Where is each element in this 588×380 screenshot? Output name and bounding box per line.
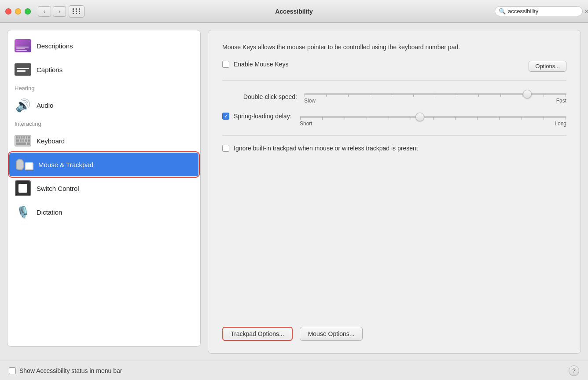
sidebar-label-captions: Captions: [37, 66, 62, 73]
tick: [348, 94, 349, 97]
tick: [544, 94, 544, 97]
search-clear-button[interactable]: ✕: [584, 8, 588, 15]
sidebar-item-audio[interactable]: 🔊 Audio: [7, 93, 200, 117]
sidebar-item-descriptions[interactable]: Descriptions: [7, 34, 200, 58]
maximize-button[interactable]: [25, 8, 31, 15]
grid-icon: [73, 8, 81, 14]
tick: [345, 117, 345, 120]
grid-view-button[interactable]: [69, 5, 85, 18]
tick: [411, 117, 411, 120]
search-icon: 🔍: [499, 8, 506, 15]
double-click-speed-row: Double-click speed:: [222, 90, 566, 104]
spring-loading-tick-row: [300, 117, 566, 120]
tick: [433, 117, 434, 120]
captions-icon: [15, 61, 31, 78]
minimize-button[interactable]: [15, 8, 21, 15]
forward-button[interactable]: ›: [53, 6, 66, 17]
spring-loading-checkbox[interactable]: [222, 113, 229, 120]
spring-loading-track[interactable]: [300, 116, 566, 118]
sidebar-label-mouse-trackpad: Mouse & Trackpad: [38, 161, 93, 168]
main-content: Descriptions Captions Hearing 🔊 Audio: [0, 23, 588, 361]
descriptions-icon: [15, 37, 31, 54]
sidebar-label-keyboard: Keyboard: [37, 137, 65, 145]
mouse-trackpad-icon: [16, 156, 33, 173]
tick: [389, 117, 389, 120]
divider-1: [222, 80, 566, 81]
spring-loading-label: Spring-loading delay:: [234, 113, 295, 120]
tick: [322, 117, 323, 120]
help-button[interactable]: ?: [569, 365, 579, 376]
trackpad-options-button[interactable]: Trackpad Options...: [222, 327, 293, 341]
tick: [300, 117, 301, 120]
spring-loading-slider-container: Short Long: [300, 113, 566, 127]
double-click-speed-section: Double-click speed:: [222, 90, 566, 104]
double-click-speed-slider-container: Slow Fast: [304, 90, 566, 104]
spring-loading-long-label: Long: [555, 121, 566, 127]
tick: [435, 94, 435, 97]
sidebar-item-dictation[interactable]: 🎙️ Dictation: [7, 200, 200, 224]
sidebar-item-mouse-trackpad[interactable]: Mouse & Trackpad: [9, 153, 198, 176]
tick: [500, 94, 501, 97]
tick: [566, 94, 566, 97]
sidebar-label-switch-control: Switch Control: [37, 185, 79, 192]
search-input[interactable]: [508, 8, 582, 15]
sidebar-item-switch-control[interactable]: Switch Control: [7, 176, 200, 200]
double-click-speed-label: Double-click speed:: [222, 93, 297, 100]
tick: [455, 117, 456, 120]
tick: [392, 94, 392, 97]
tick: [522, 117, 522, 120]
tick: [499, 117, 500, 120]
tick: [305, 94, 305, 97]
enable-mouse-keys-control: Enable Mouse Keys: [222, 61, 524, 68]
sidebar-section-interacting: Interacting: [7, 117, 200, 129]
sidebar-label-audio: Audio: [37, 102, 53, 109]
spring-loading-row: Spring-loading delay:: [222, 113, 566, 127]
sidebar-section-hearing: Hearing: [7, 81, 200, 93]
switch-control-icon: [15, 180, 31, 197]
mouse-options-button[interactable]: Mouse Options...: [300, 327, 363, 341]
back-button[interactable]: ‹: [38, 6, 51, 17]
spring-loading-thumb[interactable]: [415, 113, 424, 121]
double-click-thumb[interactable]: [523, 90, 532, 99]
tick: [544, 117, 544, 120]
tick: [457, 94, 457, 97]
tick: [478, 94, 479, 97]
search-box[interactable]: 🔍 ✕: [495, 6, 583, 16]
window-title: Accessibility: [275, 8, 313, 15]
close-button[interactable]: [5, 8, 11, 15]
tick: [367, 117, 367, 120]
double-click-labels: Slow Fast: [304, 98, 566, 104]
ignore-trackpad-row: Ignore built-in trackpad when mouse or w…: [222, 145, 566, 152]
ignore-trackpad-label: Ignore built-in trackpad when mouse or w…: [234, 145, 418, 152]
keyboard-icon: [15, 132, 31, 149]
right-panel: Mouse Keys allows the mouse pointer to b…: [208, 30, 581, 354]
enable-mouse-keys-checkbox[interactable]: [222, 61, 229, 68]
double-click-speed-track[interactable]: [304, 93, 566, 95]
spring-loading-labels: Short Long: [300, 121, 566, 127]
ignore-trackpad-checkbox[interactable]: [222, 145, 229, 152]
traffic-lights: [5, 8, 31, 15]
status-bar: Show Accessibility status in menu bar ?: [0, 361, 588, 380]
show-status-label: Show Accessibility status in menu bar: [19, 367, 122, 374]
audio-icon: 🔊: [15, 97, 31, 113]
divider-2: [222, 135, 566, 136]
double-click-slow-label: Slow: [304, 98, 316, 104]
sidebar-item-keyboard[interactable]: Keyboard: [7, 129, 200, 153]
options-button[interactable]: Options...: [529, 61, 566, 72]
tick: [413, 94, 414, 97]
tick: [566, 117, 566, 120]
enable-mouse-keys-row: Enable Mouse Keys Options...: [222, 61, 566, 72]
tick: [477, 117, 478, 120]
sidebar-label-dictation: Dictation: [37, 208, 62, 216]
dictation-icon: 🎙️: [15, 204, 31, 220]
bottom-buttons: Trackpad Options... Mouse Options...: [222, 322, 566, 341]
show-status-checkbox[interactable]: [9, 367, 16, 374]
double-click-fast-label: Fast: [556, 98, 566, 104]
show-status-row: Show Accessibility status in menu bar: [9, 367, 122, 374]
titlebar: ‹ › Accessibility 🔍 ✕: [0, 0, 588, 23]
sidebar: Descriptions Captions Hearing 🔊 Audio: [7, 30, 201, 347]
sidebar-item-captions[interactable]: Captions: [7, 58, 200, 81]
sidebar-label-descriptions: Descriptions: [37, 42, 73, 50]
tick: [370, 94, 370, 97]
spring-loading-short-label: Short: [300, 121, 312, 127]
